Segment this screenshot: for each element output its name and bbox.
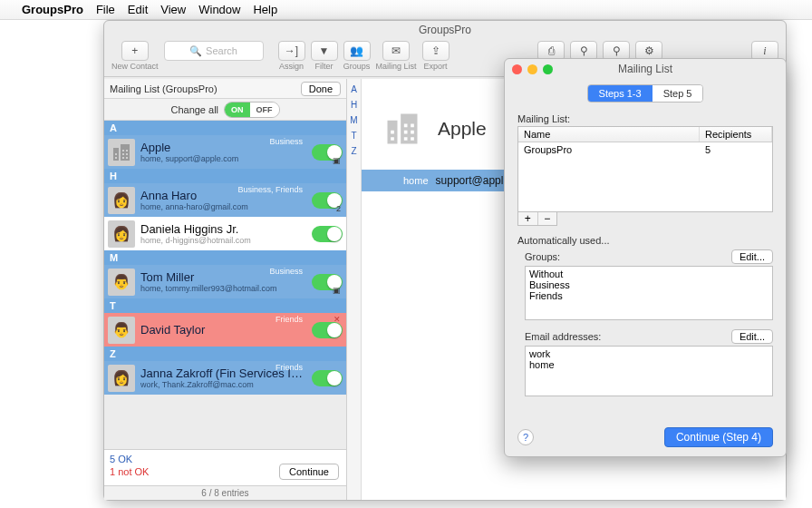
- search-placeholder: Search: [206, 45, 237, 56]
- contact-sub: home, support@apple.com: [140, 154, 308, 163]
- include-toggle[interactable]: [312, 226, 343, 242]
- menu-file[interactable]: File: [96, 3, 115, 16]
- index-m[interactable]: M: [350, 115, 357, 125]
- contact-row[interactable]: Applehome, support@apple.com Business ▣: [104, 135, 346, 169]
- edit-groups-button[interactable]: Edit...: [731, 249, 773, 264]
- index-h[interactable]: H: [351, 100, 357, 110]
- include-toggle[interactable]: [312, 370, 343, 386]
- contact-row[interactable]: 👩 Daniela Higgins Jr.home, d-higgins@hot…: [104, 217, 346, 250]
- search-field[interactable]: 🔍Search: [164, 41, 264, 71]
- export-icon: ⇪: [422, 41, 450, 61]
- minimize-icon[interactable]: [527, 64, 537, 74]
- email-label: home: [403, 175, 429, 186]
- steps-1-3[interactable]: Steps 1-3: [588, 85, 652, 102]
- groups-label: Groups:: [525, 251, 560, 262]
- th-recipients: Recipients: [700, 127, 772, 142]
- section-z: Z: [104, 347, 346, 361]
- contact-row[interactable]: 👩 Janna Zakroff (Fin Services Inc.)work,…: [104, 361, 346, 395]
- menu-edit[interactable]: Edit: [128, 3, 148, 16]
- mailing-list-button[interactable]: ✉Mailing List: [376, 41, 417, 71]
- menu-view[interactable]: View: [160, 3, 186, 16]
- groups-button[interactable]: 👥Groups: [343, 41, 371, 71]
- seg-off[interactable]: OFF: [250, 103, 279, 117]
- envelope-icon: ✉: [382, 41, 410, 61]
- new-contact-button[interactable]: + New Contact: [111, 41, 159, 71]
- search-icon: 🔍: [189, 45, 202, 57]
- mailing-header: Mailing List (GroupsPro): [110, 83, 218, 94]
- contact-sub: home, tommy.miller993@hotmail.com: [140, 284, 308, 293]
- app-menu[interactable]: GroupsPro: [22, 3, 83, 16]
- change-all-label: Change all: [170, 104, 218, 115]
- count-badge: 2: [336, 204, 341, 213]
- steps-segmented[interactable]: Steps 1-3 Step 5: [587, 84, 704, 103]
- export-label: Export: [424, 62, 448, 71]
- contact-row[interactable]: 👨 David Taylor Friends ✕: [104, 313, 346, 347]
- section-a: A: [104, 121, 346, 135]
- groups-icon: 👥: [343, 41, 371, 61]
- section-h: H: [104, 169, 346, 183]
- include-toggle[interactable]: [312, 322, 343, 338]
- emails-label: Email addresses:: [525, 331, 601, 342]
- help-button[interactable]: ?: [517, 429, 534, 445]
- contact-sub: work, Thank.Zakroff@mac.com: [140, 380, 308, 389]
- seg-on[interactable]: ON: [225, 103, 250, 117]
- menu-window[interactable]: Window: [198, 3, 240, 16]
- contact-name: David Taylor: [140, 323, 308, 337]
- done-button[interactable]: Done: [301, 82, 341, 96]
- section-t: T: [104, 298, 346, 313]
- avatar: 👩: [108, 365, 135, 392]
- window-title: GroupsPro: [104, 21, 786, 39]
- index-z[interactable]: Z: [351, 146, 356, 156]
- entries-count: 6 / 8 entries: [104, 485, 346, 500]
- change-all-segmented[interactable]: ON OFF: [224, 102, 280, 118]
- menubar: GroupsPro File Edit View Window Help: [0, 0, 812, 20]
- assign-icon: →]: [278, 41, 305, 61]
- emails-listbox[interactable]: work home: [525, 346, 773, 396]
- edit-emails-button[interactable]: Edit...: [731, 329, 773, 344]
- contacts-list: A Applehome, support@apple.com Business …: [104, 121, 346, 449]
- contacts-pane: Mailing List (GroupsPro) Done Change all…: [104, 79, 347, 500]
- contact-name: Daniela Higgins Jr.: [140, 222, 308, 236]
- step-5[interactable]: Step 5: [652, 85, 703, 102]
- company-icon: [380, 106, 425, 151]
- zoom-icon[interactable]: [543, 64, 553, 74]
- table-row-name: GroupsPro: [518, 142, 700, 157]
- export-button[interactable]: ⇪Export: [422, 41, 450, 71]
- list-item[interactable]: work: [529, 348, 768, 359]
- filter-icon: ▼: [311, 41, 338, 61]
- list-item[interactable]: Friends: [529, 290, 768, 301]
- list-item[interactable]: Without: [529, 269, 768, 279]
- assign-button[interactable]: →]Assign: [278, 41, 305, 71]
- index-column: A H M T Z: [347, 79, 362, 500]
- index-t[interactable]: T: [351, 131, 356, 141]
- th-name: Name: [518, 127, 700, 142]
- contact-row[interactable]: 👩 Anna Harohome, anna-haro@gmail.com Bus…: [104, 183, 346, 217]
- mailing-list-table[interactable]: NameRecipients GroupsPro5: [517, 126, 773, 212]
- add-button[interactable]: +: [518, 212, 538, 225]
- filter-button[interactable]: ▼Filter: [311, 41, 338, 71]
- group-indicator-icon: ▣: [333, 286, 341, 295]
- filter-label: Filter: [315, 62, 334, 71]
- mailing-list-dialog: Mailing List Steps 1-3 Step 5 Mailing Li…: [504, 58, 787, 457]
- index-a[interactable]: A: [351, 84, 357, 94]
- remove-button[interactable]: −: [538, 212, 557, 225]
- groups-label: Groups: [343, 62, 371, 71]
- group-indicator-icon: ▣: [333, 156, 341, 165]
- continue-step4-button[interactable]: Continue (Step 4): [664, 427, 773, 447]
- list-item[interactable]: Business: [529, 279, 768, 290]
- groups-listbox[interactable]: Without Business Friends: [525, 266, 773, 320]
- list-item[interactable]: home: [529, 359, 768, 370]
- menu-help[interactable]: Help: [253, 3, 277, 16]
- contact-tags: Friends: [276, 363, 303, 372]
- continue-button[interactable]: Continue: [279, 464, 339, 480]
- contact-row[interactable]: 👨 Tom Millerhome, tommy.miller993@hotmai…: [104, 265, 346, 298]
- card-title: Apple: [438, 118, 487, 140]
- traffic-lights: [512, 64, 553, 74]
- contact-tags: Friends: [276, 315, 303, 324]
- close-icon[interactable]: [512, 64, 522, 74]
- error-x-icon: ✕: [334, 315, 341, 324]
- mailing-label: Mailing List: [376, 62, 417, 71]
- mailing-list-label: Mailing List:: [517, 113, 773, 124]
- table-row-recipients: 5: [700, 142, 772, 157]
- section-m: M: [104, 250, 346, 265]
